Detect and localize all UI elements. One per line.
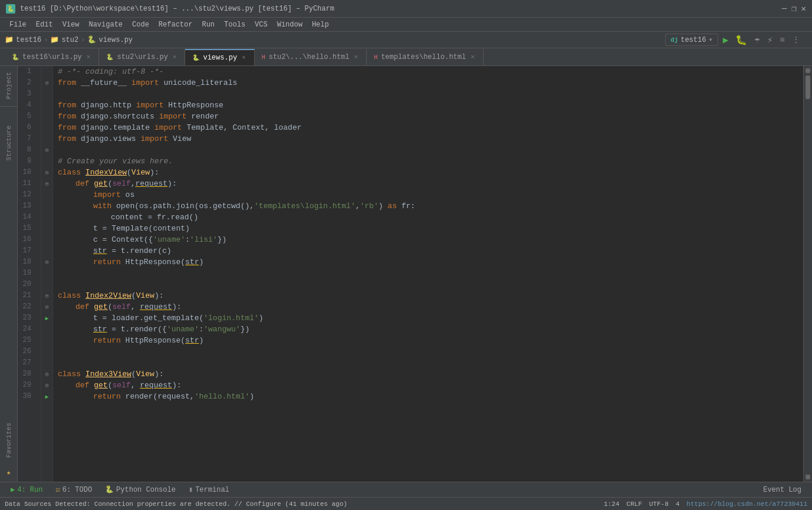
code-line-14: content = fr.read() xyxy=(58,212,803,223)
menu-refactor[interactable]: Refactor xyxy=(154,18,198,31)
favorites-star-icon[interactable]: ★ xyxy=(6,468,11,477)
scroll-down-arrow[interactable] xyxy=(806,475,810,479)
indent: 4 xyxy=(676,501,680,508)
code-editor[interactable]: # -*- coding: utf-8 -*- from __future__ … xyxy=(53,66,803,482)
fold-line2[interactable]: ⊖ xyxy=(41,77,52,88)
fold-line22[interactable]: ⊖ xyxy=(41,301,52,312)
main-content: Project Structure Favorites ★ 1 2 3 4 5 … xyxy=(0,66,812,482)
code-line-21: class Index2View(View): xyxy=(58,290,803,301)
tab-close-stu2-hello[interactable]: × xyxy=(353,54,360,61)
sidebar-structure[interactable]: Structure xyxy=(3,122,15,164)
run-line30[interactable]: ▶ xyxy=(41,391,52,402)
fold-line10[interactable]: ⊖ xyxy=(41,167,52,178)
debug-button[interactable]: 🐛 xyxy=(733,33,749,47)
menu-edit[interactable]: Edit xyxy=(31,18,58,31)
settings-button[interactable]: ≡ xyxy=(778,34,787,46)
menu-run[interactable]: Run xyxy=(197,18,219,31)
menu-navigate[interactable]: Navigate xyxy=(84,18,127,31)
coverage-button[interactable]: ☂ xyxy=(752,33,762,47)
line-ending: CRLF xyxy=(626,501,642,508)
scroll-thumb[interactable] xyxy=(806,75,810,99)
code-line-3 xyxy=(58,88,803,100)
code-line-13: with open(os.path.join(os.getcwd(),'temp… xyxy=(58,200,803,212)
bottom-tab-python-console[interactable]: 🐍 Python Console xyxy=(99,483,182,496)
tab-close-test16-urls[interactable]: × xyxy=(86,54,92,61)
cursor-position: 1:24 xyxy=(604,501,619,508)
code-line-24: str = t.render({'uname':'wangwu'}) xyxy=(58,324,803,335)
tab-icon-test16-urls: 🐍 xyxy=(12,54,19,61)
toolbar-right: dj test16 ▾ ▶ 🐛 ☂ ⚡ ≡ ⋮ xyxy=(665,33,807,47)
code-line-27 xyxy=(58,357,803,368)
menu-view[interactable]: View xyxy=(58,18,84,31)
breadcrumb-views[interactable]: 🐍 views.py xyxy=(87,35,133,44)
profile-button[interactable]: ⚡ xyxy=(765,33,775,47)
menu-file[interactable]: File xyxy=(5,18,31,31)
event-log-label: Event Log xyxy=(763,486,801,494)
menu-tools[interactable]: Tools xyxy=(219,18,250,31)
fold-line21[interactable]: ⊖ xyxy=(41,290,52,301)
line-numbers: 1 2 3 4 5 6 7 8 9 10 11 12 13 14 15 16 1… xyxy=(18,66,41,482)
code-line-22: def get(self, request): xyxy=(58,301,803,312)
tab-views[interactable]: 🐍 views.py × xyxy=(185,49,254,65)
breadcrumb-test16[interactable]: 📁 test16 xyxy=(5,35,41,44)
sidebar-project[interactable]: Project xyxy=(3,68,15,103)
todo-tab-icon: ☑ xyxy=(55,485,60,494)
run-line23[interactable]: ▶ xyxy=(41,312,52,324)
code-line-30: return render(request,'hello.html') xyxy=(58,391,803,402)
run-tab-icon: ▶ xyxy=(11,485,15,494)
run-button[interactable]: ▶ xyxy=(721,33,731,47)
url: https://blog.csdn.net/a77230411 xyxy=(686,501,807,508)
code-line-16: c = Context({'uname':'lisi'}) xyxy=(58,234,803,245)
scroll-track[interactable] xyxy=(804,73,812,475)
right-scrollbar[interactable] xyxy=(803,66,812,482)
bottom-tab-terminal[interactable]: ▮ Terminal xyxy=(183,483,235,496)
fold-line29[interactable]: ⊖ xyxy=(41,380,52,391)
editor-area: 1 2 3 4 5 6 7 8 9 10 11 12 13 14 15 16 1… xyxy=(18,66,812,482)
tab-icon-views: 🐍 xyxy=(192,54,199,61)
code-line-8 xyxy=(58,144,803,156)
menu-vcs[interactable]: VCS xyxy=(250,18,272,31)
code-line-19 xyxy=(58,268,803,279)
bottom-tab-run[interactable]: ▶ 4: Run xyxy=(5,483,48,496)
breadcrumb-stu2[interactable]: 📁 stu2 xyxy=(50,35,78,44)
code-line-26 xyxy=(58,346,803,357)
window-controls[interactable]: — ❐ ✕ xyxy=(782,4,806,14)
run-config[interactable]: dj test16 ▾ xyxy=(665,34,718,46)
tab-stu2-hello[interactable]: H stu2\...\hello.html × xyxy=(255,49,367,65)
code-line-20 xyxy=(58,279,803,290)
gutter-icons: ⊖ ⊖ ⊖ ⊖ ⊖ ⊖ ⊖ ▶ ⊖ ⊖ xyxy=(41,66,53,482)
menu-code[interactable]: Code xyxy=(127,18,154,31)
bottom-tab-todo[interactable]: ☑ 6: TODO xyxy=(50,483,98,496)
code-line-18: return HttpResponse(str) xyxy=(58,256,803,268)
python-console-tab-icon: 🐍 xyxy=(105,485,114,494)
encoding: UTF-8 xyxy=(649,501,669,508)
code-line-10: class IndexView(View): xyxy=(58,167,803,178)
maximize-button[interactable]: ❐ xyxy=(791,4,796,14)
sidebar-favorites[interactable]: Favorites xyxy=(3,419,15,461)
fold-line18[interactable]: ⊖ xyxy=(41,256,52,268)
code-line-11: def get(self,request): xyxy=(58,178,803,189)
menu-help[interactable]: Help xyxy=(307,18,334,31)
tab-bar: 🐍 test16\urls.py × 🐍 stu2\urls.py × 🐍 vi… xyxy=(0,48,812,66)
tab-close-stu2-urls[interactable]: × xyxy=(172,54,178,61)
code-line-2: from __future__ import unicode_literals xyxy=(58,77,803,88)
event-log-button[interactable]: Event Log xyxy=(757,483,807,496)
tab-test16-urls[interactable]: 🐍 test16\urls.py × xyxy=(5,49,99,65)
tab-templates-hello[interactable]: H templates\hello.html × xyxy=(367,49,484,65)
status-bar: Data Sources Detected: Connection proper… xyxy=(0,497,812,510)
minimize-button[interactable]: — xyxy=(782,4,787,14)
bottom-panel: ▶ 4: Run ☑ 6: TODO 🐍 Python Console ▮ Te… xyxy=(0,482,812,497)
tab-close-views[interactable]: × xyxy=(241,54,247,61)
fold-line11[interactable]: ⊖ xyxy=(41,178,52,189)
fold-line28[interactable]: ⊖ xyxy=(41,368,52,380)
scroll-up-arrow[interactable] xyxy=(806,68,810,73)
close-button[interactable]: ✕ xyxy=(801,4,806,14)
code-line-15: t = Template(content) xyxy=(58,223,803,234)
tab-stu2-urls[interactable]: 🐍 stu2\urls.py × xyxy=(99,49,185,65)
breadcrumb: 📁 test16 › 📁 stu2 › 🐍 views.py dj test16… xyxy=(0,32,812,48)
fold-line7[interactable]: ⊖ xyxy=(41,144,52,156)
tab-close-templates-hello[interactable]: × xyxy=(469,54,476,61)
menu-window[interactable]: Window xyxy=(272,18,307,31)
code-line-23: t = loader.get_template('login.html') xyxy=(58,312,803,324)
search-button[interactable]: ⋮ xyxy=(790,34,803,46)
